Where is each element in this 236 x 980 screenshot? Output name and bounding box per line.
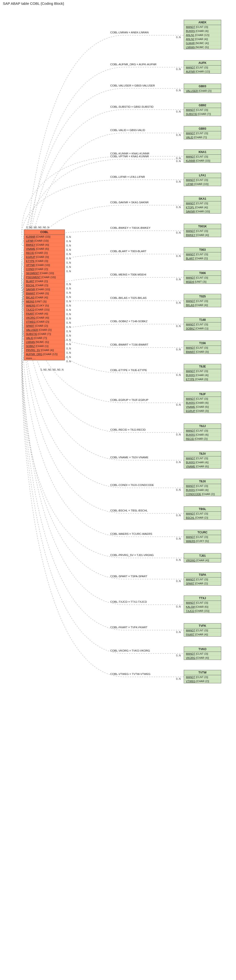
- related-table: T8JXMANDT [CLNT (3)]BUKRS [CHAR (4)]COND…: [184, 479, 221, 496]
- cardinality-left: 0..N: [66, 291, 71, 294]
- cardinality-right: 0..N: [175, 537, 181, 540]
- related-field: MANDT [CLNT (3)]: [184, 65, 221, 70]
- cardinality-left: 0..N: [66, 287, 71, 290]
- main-field: SEGMENT [CHAR (10)]: [24, 271, 65, 275]
- related-table: T8JFMANDT [CLNT (3)]BUKRS [CHAR (4)]VNAM…: [184, 391, 221, 413]
- main-field: BWART [CHAR (3)]: [24, 291, 65, 296]
- main-field: EGRUP [CHAR (3)]: [24, 255, 65, 259]
- related-table-name: T148: [184, 317, 221, 323]
- cardinality-right: 0..N: [175, 514, 181, 517]
- relation-label: COBL-VALID = GB93-VALID: [110, 129, 145, 132]
- main-field: SOBKZ [CHAR (1)]: [24, 344, 65, 348]
- related-table: TSPAMANDT [CLNT (3)]SPART [CHAR (2)]: [184, 572, 221, 585]
- left-card-cluster-top: 0..N0..N0..N0..N0..N: [26, 226, 49, 229]
- cardinality-right: 0..N: [175, 677, 181, 680]
- cardinality-right: 0..N: [175, 278, 181, 281]
- relation-label: COBL-VTWEG = TVTW-VTWEG: [110, 673, 151, 675]
- related-field: VTWEG [CHAR (2)]: [184, 679, 221, 683]
- related-field: BUKRS [CHAR (4)]: [184, 433, 221, 437]
- related-field: BKLAS [CHAR (4)]: [184, 303, 221, 307]
- page-title: SAP ABAP table COBL {Coding Block}: [0, 0, 236, 8]
- relation-label: COBL-SOBKZ = T148-SOBKZ: [110, 320, 148, 323]
- er-diagram: COBL KUNNR [CHAR (10)]LIFNR [CHAR (10)]B…: [0, 8, 236, 980]
- cardinality-right: 0..N: [175, 231, 181, 234]
- related-field: MANDT [CLNT (3)]: [184, 535, 221, 539]
- related-table: TBSLMANDT [CLNT (3)]BSCHL [CHAR (2)]: [184, 506, 221, 520]
- related-field: AUFNR [CHAR (12)]: [184, 70, 221, 73]
- relation-label: COBL-BKLAS = T025-BKLAS: [110, 296, 147, 299]
- relation-label: COBL-BSCHL = TBSL-BSCHL: [110, 509, 148, 512]
- main-field: LIFNR [CHAR (10)]: [24, 239, 65, 243]
- cardinality-right: 0..N: [175, 68, 181, 70]
- related-field: ETYPE [CHAR (3)]: [184, 377, 221, 381]
- related-field: KALSM [CHAR (6)]: [184, 605, 221, 609]
- relation-label: COBL-BWKEY = T001K-BWKEY: [110, 226, 151, 229]
- related-field: MANDT [CLNT (3)]: [184, 512, 221, 516]
- cardinality-right: 0..N: [175, 206, 181, 208]
- related-table-name: T025: [184, 294, 221, 299]
- main-field: BLART [CHAR (2)]: [24, 279, 65, 283]
- related-table-name: TVTW: [184, 670, 221, 675]
- related-field: ANLN2 [CHAR (4)]: [184, 37, 221, 41]
- cardinality-right: 0..N: [175, 180, 181, 183]
- main-field: PRVRG_SV [CHAR (4)]: [24, 348, 65, 352]
- related-table-name: TVKO: [184, 647, 221, 652]
- relation-label: COBL-BWART = T156-BWART: [110, 343, 149, 346]
- related-field: BWKEY [CHAR (4)]: [184, 233, 221, 237]
- related-field: BUKRS [CHAR (4)]: [184, 29, 221, 33]
- related-table: LFA1MANDT [CLNT (3)]LIFNR [CHAR (10)]: [184, 173, 221, 186]
- related-table: TVFKMANDT [CLNT (3)]FKART [CHAR (4)]: [184, 623, 221, 636]
- related-field: MANDT [CLNT (3)]: [184, 429, 221, 433]
- related-field: MANDT [CLNT (3)]: [184, 601, 221, 605]
- main-field: CONDI [CHAR (2)]: [24, 267, 65, 271]
- main-field: BKLAS [CHAR (4)]: [24, 296, 65, 299]
- main-field: VTWEG [CHAR (2)]: [24, 320, 65, 324]
- cardinality-left: 0..N: [66, 304, 71, 307]
- cardinality-left: 0..N: [66, 261, 71, 264]
- main-field: FKART [CHAR (4)]: [24, 312, 65, 316]
- cardinality-left: 0..N: [66, 300, 71, 303]
- related-table-name: GB03: [184, 84, 221, 89]
- cardinality-right: 0..N: [175, 160, 181, 162]
- cardinality-left: 0..N: [66, 321, 71, 324]
- related-field: MANDT [CLNT (3)]: [184, 252, 221, 256]
- cardinality-right: 0..N: [175, 580, 181, 582]
- related-table-name: T8JV: [184, 452, 221, 457]
- related-table: T025MANDT [CLNT (3)]BKLAS [CHAR (4)]: [184, 294, 221, 307]
- related-field: MANDT [CLNT (3)]: [184, 201, 221, 205]
- relation-label: COBL-AUFNR_ORG = AUFK-AUFNR: [110, 63, 157, 66]
- related-table: SKA1MANDT [CLNT (3)]KTOPL [CHAR (4)]SAKN…: [184, 196, 221, 213]
- relation-label: COBL-VKORG = TVKO-VKORG: [110, 649, 150, 652]
- relation-label: COBL-RECID = T8JJ-RECID: [110, 428, 146, 431]
- related-field: VNAME [CHAR (6)]: [184, 465, 221, 468]
- related-field: MANDT [CLNT (3)]: [184, 484, 221, 488]
- related-table-name: TSPA: [184, 573, 221, 578]
- relation-label: COBL-SUBSTID = GB92-SUBSTID: [110, 105, 154, 108]
- cardinality-left: 0..N: [66, 317, 71, 320]
- main-field: AUFNR_ORG [CHAR (12)]: [24, 352, 65, 356]
- related-table-name: GB93: [184, 126, 221, 131]
- cardinality-right: 0..N: [175, 374, 181, 376]
- related-field: SOBKZ [CHAR (1)]: [184, 326, 221, 330]
- related-table-name: T8JJ: [184, 424, 221, 429]
- related-table: T003MANDT [CLNT (3)]BLART [CHAR (2)]: [184, 247, 221, 261]
- cardinality-right: 0..N: [175, 325, 181, 328]
- main-field: SPART [CHAR (2)]: [24, 324, 65, 328]
- related-table-name: T006: [184, 271, 221, 276]
- cardinality-right: 0..N: [175, 36, 181, 38]
- main-field: KUNNR [CHAR (10)]: [24, 235, 65, 239]
- related-table: TTXJMANDT [CLNT (3)]KALSM [CHAR (6)]TXJC…: [184, 596, 221, 613]
- cardinality-left: 0..N: [66, 235, 71, 238]
- related-field: WAERS [CUKY (5)]: [184, 539, 221, 543]
- cardinality-right: 0..N: [175, 301, 181, 304]
- cardinality-right: 0..N: [175, 134, 181, 136]
- main-table-fields: KUNNR [CHAR (10)]LIFNR [CHAR (10)]BWKEY …: [24, 235, 65, 360]
- related-field: MANDT [CLNT (3)]: [184, 369, 221, 373]
- cardinality-left: 0..N: [66, 330, 71, 333]
- related-field: MANDT [CLNT (3)]: [184, 25, 221, 29]
- related-field: BWART [CHAR (3)]: [184, 350, 221, 354]
- related-field: LIFNR [CHAR (10)]: [184, 182, 221, 186]
- cardinality-right: 0..N: [175, 403, 181, 406]
- related-table-name: ANEK: [184, 20, 221, 25]
- related-table-name: TBSL: [184, 507, 221, 512]
